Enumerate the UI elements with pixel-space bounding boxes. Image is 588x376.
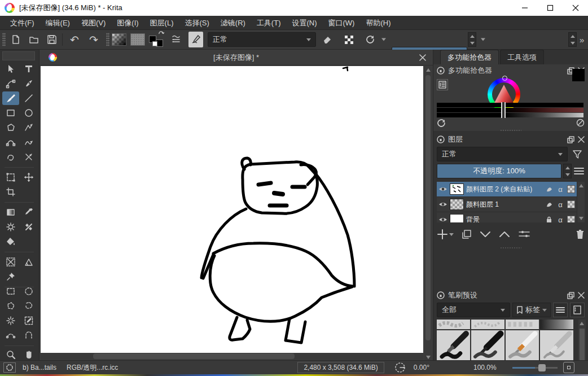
brush-preset-eraser2[interactable] [471,320,504,329]
duplicate-layer-button[interactable] [462,229,472,239]
tool-text[interactable] [20,62,37,76]
brush-preset-eraser1[interactable] [437,320,470,329]
add-layer-button[interactable] [437,229,454,240]
canvas-horizontal-scrollbar[interactable] [41,353,423,360]
tool-color-sampler[interactable] [20,206,37,219]
layer-list-scrollbar[interactable] [577,182,585,222]
toolbar-grip[interactable] [2,33,6,46]
foreground-background-colors[interactable] [149,32,164,47]
menu-filter[interactable]: 滤镜(R) [215,16,251,30]
tool-dynamic-brush[interactable] [2,150,19,164]
preserve-alpha-button[interactable] [341,32,357,47]
tool-transform[interactable] [2,170,19,184]
display-mode-button[interactable] [553,303,568,317]
tab-advanced-color-selector[interactable]: 多功能拾色器 [440,50,499,64]
close-button[interactable] [563,0,588,16]
tool-pan[interactable] [20,348,37,361]
menu-help[interactable]: 帮助(H) [360,16,396,30]
visibility-eye-icon[interactable] [438,201,447,208]
layer-options-menu-icon[interactable] [573,166,585,176]
tab-tool-options[interactable]: 工具选项 [500,50,544,64]
color-selector-settings-button[interactable] [437,79,448,90]
statusbar-zoom-value[interactable]: 100.0% [473,364,497,371]
statusbar-color-profile[interactable]: RGB/透明...rc.icc [67,363,118,373]
brush-preset-marker[interactable] [471,330,504,362]
docker-close-icon[interactable] [578,136,585,143]
gradient-chooser[interactable] [112,33,126,46]
tool-fill[interactable] [2,235,19,248]
brush-preset-fineliner[interactable] [506,330,539,362]
tool-select-shapes[interactable] [2,62,19,76]
tool-freehand-brush[interactable] [2,91,19,105]
menu-settings[interactable]: 设置(N) [286,16,322,30]
delete-layer-button[interactable] [576,229,585,239]
minimize-button[interactable] [512,0,537,16]
alpha-lock-icon[interactable]: α [556,215,565,222]
tool-edit-shapes[interactable] [2,77,19,90]
docker-resize-handle[interactable] [488,129,534,132]
menu-view[interactable]: 视图(V) [76,16,111,30]
reload-preset-button[interactable] [362,32,378,47]
tool-contiguous-select[interactable] [20,314,37,327]
layer-row-paint1[interactable]: 颜料图层 1 α [437,197,577,212]
layer-properties-button[interactable] [518,229,530,239]
alpha-channel-icon[interactable] [567,185,575,193]
brush-tag-filter-dropdown[interactable]: 全部 [437,303,510,317]
menu-file[interactable]: 文件(F) [5,16,40,30]
statusbar-brush-info[interactable]: b) Ba...tails [23,364,56,371]
alpha-lock-icon[interactable]: α [556,185,565,194]
fit-page-button[interactable] [563,362,574,373]
eraser-mode-button[interactable] [319,32,335,47]
shade-selector[interactable] [437,103,583,118]
menu-layer[interactable]: 图层(L) [144,16,179,30]
layer-opacity-slider[interactable]: 不透明度: 100% [437,164,561,178]
tool-bezier-curve[interactable] [2,135,19,149]
brush-preset-ink-pen[interactable] [437,330,470,362]
tool-line[interactable] [20,91,37,105]
menu-tools[interactable]: 工具(T) [251,16,287,30]
alpha-channel-icon[interactable] [567,216,575,222]
tool-ellipse[interactable] [20,106,37,120]
docker-lock-icon[interactable] [437,291,445,299]
docker-lock-icon[interactable] [437,135,445,143]
canvas[interactable] [41,66,423,354]
docker-close-icon[interactable] [578,292,585,299]
tool-bezier-select[interactable] [2,329,19,342]
toolbox-drag-handle[interactable] [2,51,35,60]
menu-window[interactable]: 窗口(W) [323,16,361,30]
refresh-history-icon[interactable] [437,119,446,128]
statusbar-angle[interactable]: 0.00° [414,364,429,371]
tool-rectangle[interactable] [2,106,19,120]
tool-freehand-select[interactable] [20,299,37,313]
selection-mode-icon[interactable] [3,362,16,373]
alpha-lock-icon[interactable]: α [556,200,565,209]
alpha-channel-icon[interactable] [567,200,575,208]
tool-multibrush[interactable] [20,150,37,164]
tool-colorize-mask[interactable] [20,220,37,234]
blending-mode-dropdown[interactable]: 正常 [208,32,316,47]
move-layer-up-button[interactable] [499,230,510,238]
menu-edit[interactable]: 编辑(E) [40,16,76,30]
tool-zoom[interactable] [2,348,19,361]
tool-calligraphy[interactable] [20,77,37,90]
zoom-slider[interactable] [512,367,558,369]
opacity-dropdown-arrow[interactable] [481,38,485,41]
brush-preset-chooser-icon[interactable] [168,32,184,47]
visibility-eye-icon[interactable] [438,186,447,193]
undo-button[interactable]: ↶ [67,32,82,47]
tool-measure[interactable] [20,255,37,269]
brush-editor-button[interactable] [188,32,203,47]
layer-blending-mode-dropdown[interactable]: 正常 [437,147,568,161]
tool-assistants[interactable] [2,255,19,269]
docker-lock-icon[interactable] [437,67,445,75]
tool-magnetic-select[interactable] [20,329,37,342]
brush-preset-airbrush[interactable] [540,320,573,329]
size-spinner[interactable] [568,32,577,47]
details-view-button[interactable] [570,303,585,317]
toolbar-overflow-button[interactable]: » [580,35,584,45]
brush-preset-eraser3[interactable] [506,320,539,329]
tool-smart-patch[interactable] [2,220,19,234]
tool-polyline[interactable] [20,121,37,134]
open-document-button[interactable] [26,32,42,47]
canvas-vertical-scrollbar[interactable] [424,66,432,361]
